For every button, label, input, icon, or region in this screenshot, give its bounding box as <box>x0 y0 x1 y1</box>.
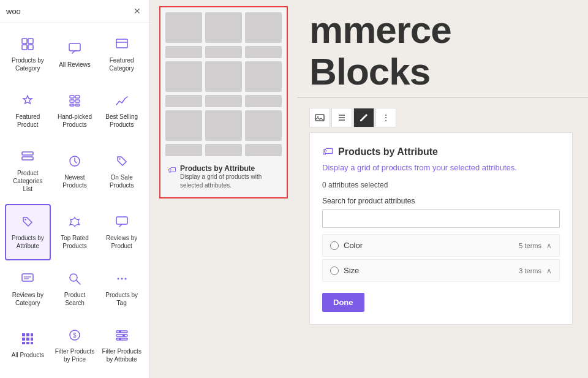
block-item-top-rated-products[interactable]: Top Rated Products <box>52 204 98 260</box>
svg-point-41 <box>119 330 121 333</box>
search-bar: ✕ <box>0 0 149 23</box>
block-item-hand-picked-products[interactable]: Hand-picked Products <box>52 84 98 139</box>
right-panel: mmerce Blocks ⋮ 🏷 Pro <box>297 0 588 378</box>
done-button[interactable]: Done <box>322 293 364 312</box>
svg-rect-12 <box>75 104 80 106</box>
preview-cell <box>165 46 202 58</box>
subtitle-text-rest: your selected attributes. <box>430 163 517 172</box>
block-item-products-by-category[interactable]: Products by Category <box>5 28 51 83</box>
svg-point-24 <box>117 278 119 279</box>
block-item-newest-products[interactable]: Newest Products <box>52 140 98 203</box>
product-categories-list-label: Product Categories List <box>8 169 48 193</box>
block-item-featured-product[interactable]: Featured Product <box>5 84 51 139</box>
preview-cell <box>205 46 242 58</box>
preview-info-text: Products by Attribute Display a grid of … <box>180 164 279 190</box>
svg-point-42 <box>123 334 125 336</box>
featured-category-icon <box>115 37 129 53</box>
svg-point-17 <box>25 219 26 220</box>
preview-cell <box>165 12 202 43</box>
products-by-tag-icon <box>115 272 129 288</box>
products-by-category-label: Products by Category <box>12 56 44 72</box>
svg-rect-29 <box>31 333 33 336</box>
size-chevron-icon[interactable]: ∧ <box>546 266 552 275</box>
page-big-title: mmerce Blocks <box>297 0 588 93</box>
products-by-category-icon <box>21 37 34 53</box>
hand-picked-products-label: Hand-picked Products <box>58 113 92 129</box>
svg-rect-40 <box>116 338 127 340</box>
all-reviews-label: All Reviews <box>59 61 91 69</box>
svg-rect-11 <box>70 104 74 106</box>
color-chevron-icon[interactable]: ∧ <box>546 241 552 250</box>
reviews-by-product-label: Reviews by Product <box>106 234 137 250</box>
toolbar-edit-button[interactable] <box>353 108 374 127</box>
svg-rect-28 <box>26 333 29 336</box>
all-reviews-icon <box>68 42 81 58</box>
preview-cell <box>205 12 242 43</box>
attr-option-color-left: Color <box>330 241 363 250</box>
block-item-best-selling-products[interactable]: Best Selling Products <box>99 84 145 139</box>
preview-cell <box>205 61 242 92</box>
svg-rect-34 <box>26 342 29 344</box>
preview-cell <box>245 110 282 141</box>
attr-search-label: Search for product attributes <box>322 197 560 205</box>
top-rated-products-icon <box>68 215 81 231</box>
preview-cell <box>245 61 282 92</box>
subtitle-text-colored: from <box>414 163 430 172</box>
toolbar: ⋮ <box>297 103 588 132</box>
attr-panel-icon: 🏷 <box>322 145 333 158</box>
divider <box>297 97 588 98</box>
attr-radio-color[interactable] <box>330 241 339 250</box>
attr-option-color-right: 5 terms ∧ <box>519 241 552 250</box>
block-item-products-by-attribute[interactable]: Products by Attribute <box>5 204 51 260</box>
block-item-all-products[interactable]: All Products <box>5 318 51 373</box>
attr-option-size-right: 3 terms ∧ <box>519 266 552 275</box>
block-item-featured-category[interactable]: Featured Category <box>99 28 145 83</box>
product-search-icon <box>68 272 81 288</box>
svg-rect-18 <box>116 217 127 224</box>
toolbar-image-button[interactable] <box>309 108 330 127</box>
svg-rect-19 <box>22 274 33 281</box>
featured-product-label: Featured Product <box>15 113 40 129</box>
block-item-product-search[interactable]: Product Search <box>52 262 98 317</box>
svg-point-26 <box>124 278 126 279</box>
svg-rect-4 <box>69 43 80 51</box>
attr-name-size: Size <box>344 266 359 275</box>
toolbar-list-button[interactable] <box>331 108 352 127</box>
block-item-reviews-by-product[interactable]: Reviews by Product <box>99 204 145 260</box>
block-item-filter-products-by-attribute[interactable]: Filter Products by Attribute <box>99 318 145 373</box>
block-item-filter-products-by-price[interactable]: $Filter Products by Price <box>52 318 98 373</box>
svg-rect-31 <box>26 338 29 341</box>
filter-products-by-price-icon: $ <box>68 328 81 344</box>
block-item-products-by-tag[interactable]: Products by Tag <box>99 262 145 317</box>
featured-category-label: Featured Category <box>109 56 134 72</box>
search-input[interactable] <box>6 7 127 16</box>
block-item-on-sale-products[interactable]: On Sale Products <box>99 140 145 203</box>
reviews-by-product-icon <box>115 215 129 231</box>
filter-products-by-attribute-icon <box>115 328 129 344</box>
block-item-all-reviews[interactable]: All Reviews <box>52 28 98 83</box>
svg-rect-33 <box>22 342 25 344</box>
filter-products-by-attribute-label: Filter Products by Attribute <box>102 347 141 363</box>
preview-cell <box>165 61 202 92</box>
svg-rect-3 <box>28 45 33 50</box>
reviews-by-category-label: Reviews by Category <box>12 291 43 307</box>
svg-point-45 <box>317 116 318 118</box>
preview-cell <box>245 95 282 107</box>
svg-rect-10 <box>75 100 80 102</box>
best-selling-products-label: Best Selling Products <box>105 113 138 129</box>
svg-rect-2 <box>22 45 27 50</box>
svg-rect-27 <box>22 333 25 336</box>
toolbar-more-button[interactable]: ⋮ <box>375 108 396 127</box>
on-sale-products-label: On Sale Products <box>110 173 134 189</box>
close-search-button[interactable]: ✕ <box>131 5 143 17</box>
attr-panel-title: Products by Attribute <box>338 146 438 157</box>
svg-rect-7 <box>70 96 74 98</box>
attr-search-input[interactable] <box>322 209 560 228</box>
attribute-panel: 🏷 Products by Attribute Display a grid o… <box>309 132 573 325</box>
block-item-reviews-by-category[interactable]: Reviews by Category <box>5 262 51 317</box>
svg-line-23 <box>77 281 80 284</box>
attr-name-color: Color <box>344 241 363 250</box>
subtitle-text-normal: Display a grid of products <box>322 163 414 172</box>
block-item-product-categories-list[interactable]: Product Categories List <box>5 140 51 203</box>
attr-radio-size[interactable] <box>330 266 339 275</box>
